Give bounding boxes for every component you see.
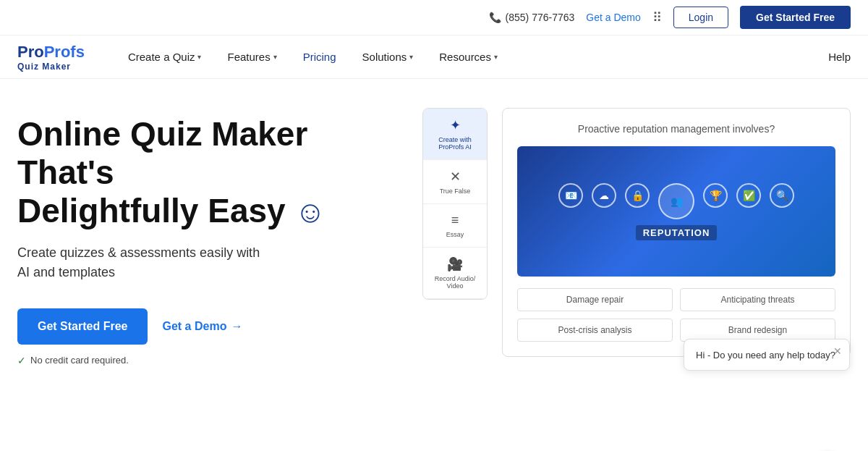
- chat-widget: ✕ Hi - Do you need any help today?: [684, 339, 850, 371]
- sidebar-item-ai[interactable]: ✦ Create withProProfs AI: [423, 109, 487, 160]
- nav-links: Create a Quiz ▾ Features ▾ Pricing Solut…: [128, 51, 851, 63]
- nav-solutions[interactable]: Solutions ▾: [362, 51, 414, 63]
- hero-buttons: Get Started Free Get a Demo →: [17, 308, 408, 345]
- option-2[interactable]: Anticipating threats: [680, 288, 835, 311]
- nav-create-quiz[interactable]: Create a Quiz ▾: [128, 51, 202, 63]
- nav-help[interactable]: Help: [828, 51, 851, 63]
- sidebar-item-truefalse[interactable]: ✕ True False: [423, 160, 487, 204]
- essay-icon: ≡: [451, 213, 459, 228]
- nav-pricing[interactable]: Pricing: [303, 51, 336, 63]
- smile-emoji: ☺: [294, 195, 326, 229]
- sidebar-item-essay[interactable]: ≡ Essay: [423, 204, 487, 248]
- sidebar-ai-label: Create withProProfs AI: [438, 136, 472, 151]
- hero-title-line2: Delightfully Easy: [17, 192, 286, 229]
- no-cc-label: ✓ No credit card required.: [17, 355, 408, 366]
- chat-message: Hi - Do you need any help today?: [696, 350, 835, 361]
- phone-contact: 📞 (855) 776-7763: [489, 12, 575, 23]
- chevron-down-icon: ▾: [494, 53, 498, 61]
- login-button[interactable]: Login: [673, 7, 728, 28]
- hero-subtitle: Create quizzes & assessments easily with…: [17, 243, 408, 282]
- circle-icon-5: ✅: [736, 183, 761, 208]
- hero-demo-link[interactable]: Get a Demo →: [162, 320, 242, 333]
- circle-icon-4: 🏆: [703, 183, 728, 208]
- quiz-main: Proactive reputation management involves…: [502, 108, 851, 357]
- record-icon: 🎥: [447, 256, 463, 272]
- chevron-down-icon: ▾: [197, 53, 201, 61]
- phone-number: (855) 776-7763: [506, 12, 575, 23]
- hero-title-line1: Online Quiz Maker That's: [17, 115, 307, 191]
- quiz-sidebar: ✦ Create withProProfs AI ✕ True False ≡ …: [422, 108, 488, 300]
- ai-icon: ✦: [450, 117, 461, 133]
- circle-icon-2: ☁: [592, 183, 616, 208]
- top-cta-button[interactable]: Get Started Free: [740, 6, 851, 29]
- hero-cta-button[interactable]: Get Started Free: [17, 308, 148, 345]
- sidebar-essay-label: Essay: [446, 231, 464, 238]
- circle-icon-center: 👥: [658, 183, 694, 219]
- chevron-down-icon: ▾: [409, 53, 413, 61]
- logo-pro: Pro: [17, 43, 44, 61]
- circle-icon-1: 📧: [558, 183, 583, 208]
- circle-icon-6: 🔍: [770, 183, 794, 208]
- option-1[interactable]: Damage repair: [517, 288, 673, 311]
- chevron-down-icon: ▾: [273, 53, 277, 61]
- sidebar-record-label: Record Audio/Video: [435, 275, 476, 290]
- circle-icon-3: 🔒: [625, 183, 650, 208]
- nav-resources[interactable]: Resources ▾: [439, 51, 498, 63]
- quiz-image: 📧 ☁ 🔒 👥 🏆 ✅ 🔍 REPUTATION: [517, 146, 835, 277]
- hero-right: ✦ Create withProProfs AI ✕ True False ≡ …: [422, 108, 851, 412]
- phone-icon: 📞: [489, 12, 501, 23]
- option-3[interactable]: Post-crisis analysis: [517, 319, 673, 342]
- quiz-question: Proactive reputation management involves…: [517, 123, 835, 135]
- sidebar-item-record[interactable]: 🎥 Record Audio/Video: [423, 248, 487, 299]
- top-bar: 📞 (855) 776-7763 Get a Demo ⠿ Login Get …: [0, 0, 868, 35]
- top-demo-link[interactable]: Get a Demo: [586, 12, 640, 23]
- sidebar-truefalse-label: True False: [440, 187, 471, 195]
- truefalse-icon: ✕: [450, 169, 461, 185]
- navbar: ProProfs Quiz Maker Create a Quiz ▾ Feat…: [0, 35, 868, 79]
- hero-title: Online Quiz Maker That's Delightfully Ea…: [17, 115, 408, 230]
- grid-icon[interactable]: ⠿: [652, 9, 662, 25]
- quiz-options: Damage repair Anticipating threats Post-…: [517, 288, 835, 342]
- logo[interactable]: ProProfs Quiz Maker: [17, 43, 85, 72]
- chat-close-button[interactable]: ✕: [833, 345, 842, 357]
- reputation-label: REPUTATION: [636, 225, 718, 240]
- nav-features[interactable]: Features ▾: [227, 51, 276, 63]
- hero-section: Online Quiz Maker That's Delightfully Ea…: [0, 79, 868, 426]
- check-icon: ✓: [17, 355, 26, 366]
- logo-subtitle: Quiz Maker: [17, 62, 85, 72]
- logo-profs: Profs: [44, 43, 85, 61]
- hero-left: Online Quiz Maker That's Delightfully Ea…: [17, 108, 408, 366]
- arrow-icon: →: [231, 320, 242, 333]
- quiz-image-circles: 📧 ☁ 🔒 👥 🏆 ✅ 🔍: [558, 183, 794, 219]
